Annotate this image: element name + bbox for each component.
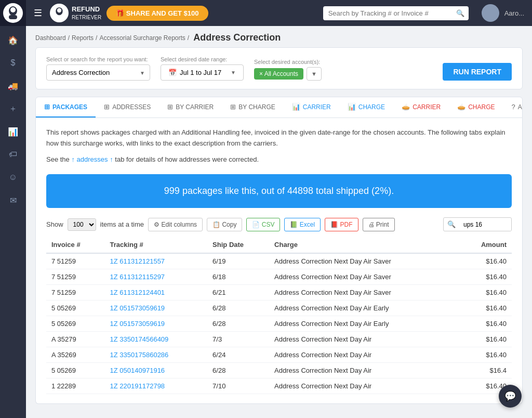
cell-invoice: 1 22289 (46, 378, 105, 394)
tracking-tz-link[interactable]: 1Z (110, 257, 118, 265)
table-search-wrap: 🔍 (443, 217, 512, 231)
table-row: 5 05269 1Z 050140971916 6/28 Address Cor… (46, 363, 512, 378)
sidebar-logo (0, 0, 26, 26)
copy-btn[interactable]: 📋 Copy (207, 218, 242, 231)
tab-about[interactable]: ? ABOUT (503, 97, 523, 117)
report-description: This report shows packages charged with … (46, 127, 512, 149)
report-select-wrap: Address Correction (46, 64, 150, 81)
tracking-tz-link[interactable]: 1Z (110, 351, 118, 359)
tracking-tz-link[interactable]: 1Z (110, 304, 118, 312)
tab-addresses[interactable]: ⊞ ADDRESSES (96, 97, 159, 117)
cell-invoice: 5 05269 (46, 363, 105, 378)
cell-invoice: 7 51259 (46, 269, 105, 285)
tracking-number-link[interactable]: 051573059619 (119, 320, 165, 328)
cell-tracking: 1Z 611312121557 (105, 253, 208, 269)
tracking-number-link[interactable]: 611312124401 (119, 289, 165, 296)
chat-bubble[interactable]: 💬 (499, 385, 522, 408)
page-title: Address Correction (193, 32, 281, 43)
tracking-number-link[interactable]: 611312121557 (119, 257, 165, 265)
csv-btn[interactable]: 📄 CSV (246, 218, 280, 231)
share-btn[interactable]: 🎁 SHARE AND GET $100 (107, 6, 208, 21)
accounts-filter-label: Select desired account(s): (254, 59, 322, 65)
date-range-value: Jul 1 to Jul 17 (180, 69, 221, 76)
carrier-bar-icon: 📊 (292, 103, 300, 111)
table-row: 7 51259 1Z 611312115297 6/18 Address Cor… (46, 269, 512, 285)
report-addresses-note: See the ↑ addresses ↑ tab for details of… (46, 154, 512, 165)
excel-btn[interactable]: 📗 Excel (284, 218, 321, 231)
cell-amount: $16.40 (458, 285, 512, 301)
sidebar-item-home[interactable]: 🏠 (0, 29, 26, 51)
sidebar-item-tags[interactable]: 🏷 (0, 143, 26, 166)
tracking-number-link[interactable]: 050140971916 (119, 367, 165, 374)
table-row: 7 51259 1Z 611312121557 6/19 Address Cor… (46, 253, 512, 269)
tab-by-carrier[interactable]: ⊞ BY CARRIER (159, 97, 222, 117)
report-select[interactable]: Address Correction (46, 64, 150, 81)
tab-carrier-pie[interactable]: 🥧 CARRIER (393, 97, 449, 117)
tab-carrier-pie-label: CARRIER (413, 103, 441, 111)
tab-charge-pie-label: CHARGE (468, 103, 495, 111)
items-per-page-select[interactable]: 100 (68, 218, 96, 231)
cell-amount: $16.4 (458, 363, 512, 378)
table-search-input[interactable] (459, 218, 511, 231)
edit-columns-btn[interactable]: ⚙ Edit columns (148, 218, 203, 231)
hamburger-icon[interactable]: ☰ (34, 7, 42, 19)
tab-charge-pie[interactable]: 🥧 CHARGE (449, 97, 503, 117)
tab-charge-bar[interactable]: 📊 CHARGE (339, 97, 393, 117)
breadcrumb-reports[interactable]: Reports (72, 34, 94, 42)
addresses-arrow-up1: ↑ (71, 155, 75, 163)
addresses-link[interactable]: addresses (77, 155, 108, 163)
sidebar-item-shipments[interactable]: 🚚 (0, 74, 26, 97)
tracking-number-link[interactable]: 220191172798 (119, 382, 165, 390)
accounts-filter-group: Select desired account(s): × All Account… (254, 59, 322, 81)
tracking-tz-link[interactable]: 1Z (110, 320, 118, 328)
table-search-icon: 🔍 (444, 218, 459, 231)
tab-by-charge[interactable]: ⊞ BY CHARGE (222, 97, 283, 117)
cell-charge: Address Correction Next Day Air (269, 378, 458, 394)
cell-amount: $16.40 (458, 269, 512, 285)
tracking-tz-link[interactable]: 1Z (110, 289, 118, 296)
data-table: Invoice # Tracking # Ship Date Charge Am… (46, 237, 512, 394)
cell-shipdate: 7/3 (207, 332, 269, 347)
search-input[interactable] (323, 6, 469, 20)
date-filter-group: Select desired date range: 📅 Jul 1 to Ju… (161, 56, 244, 81)
cell-tracking: 1Z 3350175860286 (105, 347, 208, 363)
tracking-number-link[interactable]: 3350174566409 (119, 335, 168, 343)
tracking-tz-link[interactable]: 1Z (110, 335, 118, 343)
sidebar-item-messages[interactable]: ✉ (0, 189, 26, 212)
tracking-number-link[interactable]: 051573059619 (119, 304, 165, 312)
breadcrumb: Dashboard / Reports / Accessorial Surcha… (35, 32, 523, 43)
cell-invoice: A 35269 (46, 347, 105, 363)
report-filter-label: Select or search for the report you want… (46, 56, 150, 62)
breadcrumb-accessorial[interactable]: Accessorial Surcharge Reports (99, 34, 185, 42)
pdf-btn[interactable]: 📕 PDF (325, 218, 358, 231)
cell-tracking: 1Z 220191172798 (105, 378, 208, 394)
sidebar-item-add[interactable]: ＋ (0, 97, 26, 120)
date-range-arrow: ▼ (231, 70, 236, 75)
print-btn[interactable]: 🖨 Print (363, 218, 395, 231)
sidebar-item-billing[interactable]: $ (0, 51, 26, 74)
sidebar-item-profile[interactable]: ☺ (0, 166, 26, 189)
tracking-tz-link[interactable]: 1Z (110, 382, 118, 390)
date-range-btn[interactable]: 📅 Jul 1 to Jul 17 ▼ (161, 64, 244, 81)
tracking-number-link[interactable]: 3350175860286 (119, 351, 168, 359)
tracking-tz-link[interactable]: 1Z (110, 367, 118, 374)
tracking-number-link[interactable]: 611312115297 (119, 273, 165, 281)
tab-carrier-bar[interactable]: 📊 CARRIER (284, 97, 339, 117)
cell-invoice: 7 51259 (46, 253, 105, 269)
tab-packages[interactable]: ⊞ PACKAGES (36, 97, 96, 117)
breadcrumb-dashboard[interactable]: Dashboard (35, 34, 66, 42)
sidebar-item-reports[interactable]: 📊 (0, 120, 26, 143)
cell-invoice: 5 05269 (46, 316, 105, 332)
accounts-dropdown[interactable]: ▼ (307, 67, 322, 81)
tabs-bar: ⊞ PACKAGES ⊞ ADDRESSES ⊞ BY CARRIER ⊞ BY… (35, 97, 523, 118)
tracking-tz-link[interactable]: 1Z (110, 273, 118, 281)
cell-charge: Address Correction Next Day Air (269, 347, 458, 363)
username-label: Aaro... (504, 9, 524, 17)
run-report-btn[interactable]: RUN REPORT (443, 63, 512, 81)
all-accounts-tag[interactable]: × All Accounts (254, 68, 303, 80)
items-suffix: items at a time (100, 220, 144, 228)
by-carrier-tab-icon: ⊞ (167, 103, 173, 111)
cell-shipdate: 6/28 (207, 301, 269, 316)
cell-charge: Address Correction Next Day Air Saver (269, 269, 458, 285)
cell-charge: Address Correction Next Day Air Saver (269, 253, 458, 269)
